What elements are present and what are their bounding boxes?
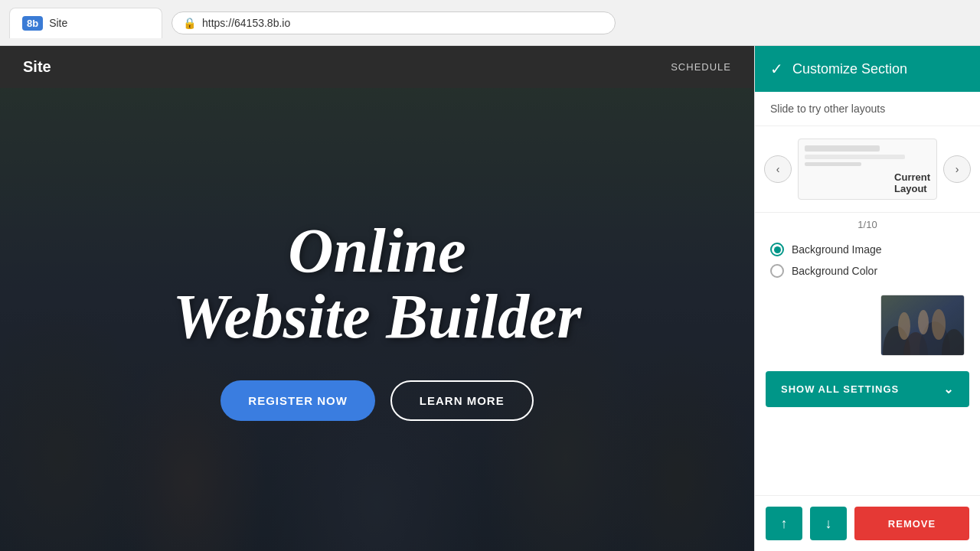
background-image-option[interactable]: Background Image [770, 243, 965, 256]
right-panel: ✓ Customize Section Slide to try other l… [754, 46, 980, 551]
url-text: https://64153.8b.io [202, 17, 290, 29]
site-navbar: Site SCHEDULE [0, 46, 754, 88]
panel-title: Customize Section [792, 61, 907, 77]
browser-tab[interactable]: 8b Site [9, 8, 162, 38]
bg-thumbnail-image[interactable] [880, 295, 965, 356]
check-icon: ✓ [770, 60, 783, 78]
main-area: Site SCHEDULE Online Website Builder REG… [0, 46, 980, 551]
move-up-button[interactable]: ↑ [766, 507, 802, 540]
lock-icon: 🔒 [183, 17, 196, 29]
schedule-nav-link[interactable]: SCHEDULE [671, 61, 731, 73]
background-color-radio[interactable] [770, 264, 784, 278]
prev-layout-button[interactable]: ‹ [764, 155, 792, 183]
panel-subtitle: Slide to try other layouts [755, 92, 980, 126]
hero-content: Online Website Builder REGISTER NOW LEAR… [158, 203, 597, 436]
remove-button[interactable]: REMOVE [854, 507, 969, 540]
background-image-label: Background Image [792, 243, 882, 256]
background-color-label: Background Color [792, 265, 877, 277]
background-color-option[interactable]: Background Color [770, 264, 965, 278]
hero-section: Online Website Builder REGISTER NOW LEAR… [0, 88, 754, 551]
brand-badge: 8b [22, 16, 43, 31]
current-layout-label: CurrentLayout [894, 171, 930, 194]
svg-rect-8 [881, 295, 965, 356]
panel-header: ✓ Customize Section [755, 46, 980, 92]
address-bar[interactable]: 🔒 https://64153.8b.io [172, 11, 616, 34]
thumbnail-svg [881, 295, 965, 356]
show-all-settings-button[interactable]: SHOW ALL SETTINGS ⌄ [766, 371, 969, 407]
browser-chrome: 8b Site 🔒 https://64153.8b.io [0, 0, 980, 46]
panel-bottom: ↑ ↓ REMOVE [755, 495, 980, 551]
layout-slider: ‹ CurrentLayout › [755, 126, 980, 213]
register-button[interactable]: REGISTER NOW [220, 380, 375, 421]
tab-title: Site [49, 17, 67, 29]
move-down-button[interactable]: ↓ [810, 507, 847, 540]
chevron-down-icon: ⌄ [943, 382, 954, 396]
learn-more-button[interactable]: LEARN MORE [390, 380, 534, 421]
site-nav-links: SCHEDULE [671, 61, 731, 73]
panel-spacer [755, 413, 980, 495]
show-all-settings-label: SHOW ALL SETTINGS [781, 383, 899, 395]
next-layout-button[interactable]: › [943, 155, 971, 183]
bg-thumbnail[interactable] [770, 295, 965, 356]
preview-bar-1 [805, 145, 880, 152]
layout-counter: 1/10 [755, 213, 980, 236]
website-preview: Site SCHEDULE Online Website Builder REG… [0, 46, 754, 551]
preview-bar-3 [805, 162, 861, 166]
background-image-radio[interactable] [770, 243, 784, 256]
preview-bar-2 [805, 155, 905, 159]
hero-buttons: REGISTER NOW LEARN MORE [173, 380, 582, 421]
layout-preview: CurrentLayout [798, 139, 937, 200]
site-logo: Site [23, 58, 51, 76]
hero-title: Online Website Builder [173, 218, 582, 350]
radio-options: Background Image Background Color [755, 236, 980, 292]
